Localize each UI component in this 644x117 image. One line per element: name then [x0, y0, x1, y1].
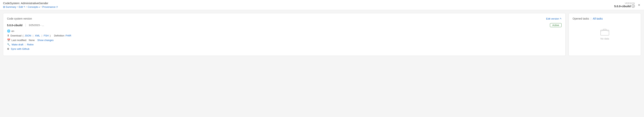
list-icon: ≡: [39, 6, 40, 8]
header-nav: ⊞ Summary • Edit ✎ • Concepts ≡ • Proven…: [3, 5, 58, 8]
active-badge: Active: [550, 23, 562, 27]
tasks-card: Opened tasks | All tasks No data: [568, 13, 641, 56]
no-data-icon: [600, 29, 609, 36]
download-fsh[interactable]: FSH: [44, 34, 48, 37]
version-label: VERSION: [614, 2, 635, 4]
all-tasks-link[interactable]: All tasks: [593, 17, 603, 20]
action-row-2: ⚙ Sync with Github: [7, 47, 562, 50]
github-icon: ⚙: [7, 47, 9, 50]
version-row: 5.0.0-cibuild 3/25/2023 - ... Active: [7, 23, 562, 27]
calendar-icon: 📅: [7, 39, 10, 42]
version-value: 5.0.0-cibuild A: [614, 4, 635, 8]
page-header: CodeSystem: AdministrativeGender ⊞ Summa…: [0, 0, 644, 10]
download-row: ⬇ Download ( JSON | XML | FSH ) Definiti…: [7, 34, 562, 37]
no-data-area: No data: [572, 23, 637, 46]
grid-icon: ⊞: [3, 5, 5, 8]
clock-icon: ⏱: [56, 6, 58, 8]
no-data-label: No data: [600, 37, 609, 40]
retire-link[interactable]: Retire: [27, 43, 34, 46]
show-changes-link[interactable]: Show changes: [37, 39, 54, 42]
header-left: CodeSystem: AdministrativeGender ⊞ Summa…: [3, 1, 58, 8]
nav-summary[interactable]: ⊞ Summary: [3, 5, 16, 8]
download-json[interactable]: JSON: [24, 34, 31, 37]
version-name: 5.0.0-cibuild: [7, 24, 22, 27]
sync-github-link[interactable]: Sync with Github: [11, 47, 30, 50]
action-row-1: 🔧 Make draft | Retire: [7, 43, 562, 46]
edit-version-icon: ✎: [560, 17, 562, 20]
code-system-version-card: Code system version Edit version ✎ 5.0.0…: [3, 13, 566, 56]
wrench-icon: 🔧: [7, 43, 10, 46]
last-modified-row: 📅 Last modified: None Show changes: [7, 39, 562, 42]
card-header: Code system version Edit version ✎: [7, 17, 562, 20]
page-title: CodeSystem: AdministrativeGender: [3, 1, 58, 5]
nav-edit[interactable]: Edit ✎: [19, 5, 25, 8]
definition-fhir[interactable]: FHIR: [66, 34, 71, 37]
close-button[interactable]: ×: [637, 2, 641, 8]
version-divider: [26, 24, 26, 27]
download-xml[interactable]: XML: [35, 34, 40, 37]
download-icon: ⬇: [7, 34, 9, 37]
card-title: Code system version: [7, 17, 32, 20]
language-row: 🌐 en: [7, 29, 562, 32]
date-range: 3/25/2023 - ...: [29, 24, 44, 27]
nav-concepts[interactable]: Concepts ≡: [28, 5, 40, 8]
header-right: VERSION 5.0.0-cibuild A ×: [614, 2, 641, 8]
globe-icon: 🌐: [7, 29, 10, 32]
nav-provenance[interactable]: Provenance ⏱: [42, 5, 58, 8]
tasks-header: Opened tasks | All tasks: [572, 17, 637, 20]
version-info-icon: A: [632, 4, 635, 8]
version-block: VERSION 5.0.0-cibuild A: [614, 2, 635, 8]
edit-icon: ✎: [24, 6, 25, 8]
make-draft-link[interactable]: Make draft: [12, 43, 23, 46]
main-content: Code system version Edit version ✎ 5.0.0…: [0, 10, 644, 59]
edit-version-link[interactable]: Edit version ✎: [546, 17, 562, 20]
